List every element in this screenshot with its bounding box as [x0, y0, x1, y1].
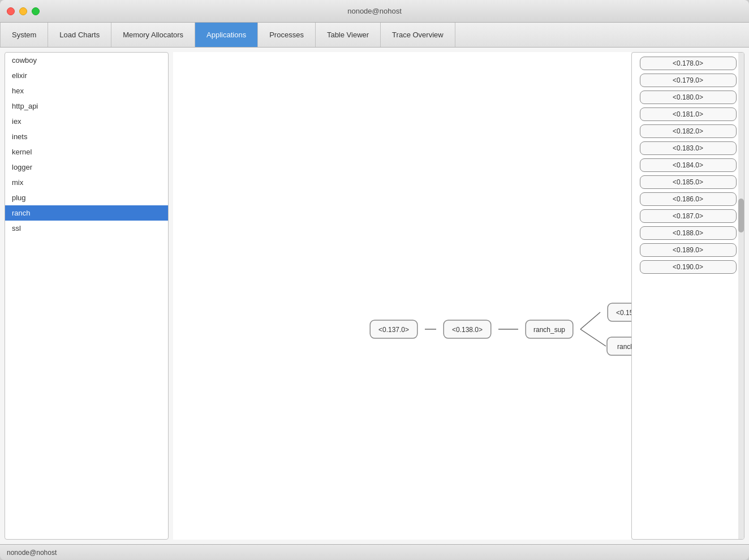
scrollbar-thumb[interactable]	[738, 199, 744, 232]
tree-node-n5[interactable]: ranch_server	[607, 337, 631, 355]
process-node-01900[interactable]: <0.190.0>	[640, 260, 737, 274]
process-panel: <0.178.0><0.179.0><0.180.0><0.181.0><0.1…	[631, 52, 744, 540]
main-content: cowboyelixirhexhttp_apiiexinetskernellog…	[0, 48, 749, 544]
process-node-01890[interactable]: <0.189.0>	[640, 243, 737, 257]
sidebar-item-elixir[interactable]: elixir	[5, 68, 168, 83]
maximize-button[interactable]	[32, 7, 40, 15]
tree-node-label: ranch_server	[617, 343, 631, 351]
tab-system[interactable]: System	[0, 23, 48, 47]
title-bar: nonode@nohost	[0, 0, 749, 23]
graph-area[interactable]: <0.137.0><0.138.0>ranch_sup<0.156.0>ranc…	[173, 52, 631, 540]
tab-processes[interactable]: Processes	[258, 23, 316, 47]
process-node-01860[interactable]: <0.186.0>	[640, 192, 737, 206]
minimize-button[interactable]	[19, 7, 27, 15]
tree-node-n2[interactable]: <0.138.0>	[444, 320, 491, 338]
sidebar-item-hex[interactable]: hex	[5, 83, 168, 98]
tab-applications[interactable]: Applications	[195, 23, 258, 47]
process-node-01790[interactable]: <0.179.0>	[640, 74, 737, 87]
tab-bar: SystemLoad ChartsMemory AllocatorsApplic…	[0, 23, 749, 48]
tree-node-n3[interactable]: ranch_sup	[526, 320, 573, 338]
sidebar-item-ranch[interactable]: ranch	[5, 205, 168, 221]
tree-node-n1[interactable]: <0.137.0>	[370, 320, 417, 338]
process-node-01850[interactable]: <0.185.0>	[640, 175, 737, 189]
process-node-01880[interactable]: <0.188.0>	[640, 226, 737, 240]
tree-node-label: <0.156.0>	[616, 309, 631, 317]
tab-memory-allocators[interactable]: Memory Allocators	[111, 23, 195, 47]
sidebar-item-cowboy[interactable]: cowboy	[5, 53, 168, 68]
status-bar: nonode@nohost	[0, 544, 749, 560]
sidebar-item-inets[interactable]: inets	[5, 129, 168, 144]
process-node-01810[interactable]: <0.181.0>	[640, 107, 737, 121]
sidebar-item-logger[interactable]: logger	[5, 160, 168, 175]
sidebar-item-iex[interactable]: iex	[5, 114, 168, 129]
tab-trace-overview[interactable]: Trace Overview	[381, 23, 455, 47]
tab-load-charts[interactable]: Load Charts	[48, 23, 111, 47]
tree-node-label: <0.137.0>	[378, 326, 409, 334]
tree-edge	[580, 312, 600, 329]
tree-node-label: ranch_sup	[533, 326, 565, 334]
sidebar-item-kernel[interactable]: kernel	[5, 144, 168, 160]
tree-svg: <0.137.0><0.138.0>ranch_sup<0.156.0>ranc…	[173, 52, 631, 540]
process-node-01820[interactable]: <0.182.0>	[640, 124, 737, 138]
tab-table-viewer[interactable]: Table Viewer	[316, 23, 381, 47]
tree-edge	[580, 329, 606, 346]
process-node-01870[interactable]: <0.187.0>	[640, 209, 737, 223]
traffic-lights	[7, 7, 40, 15]
window-title: nonode@nohost	[347, 7, 402, 15]
sidebar-item-http_api[interactable]: http_api	[5, 98, 168, 114]
process-node-01830[interactable]: <0.183.0>	[640, 141, 737, 155]
sidebar-item-plug[interactable]: plug	[5, 190, 168, 205]
sidebar-item-mix[interactable]: mix	[5, 175, 168, 190]
process-node-01840[interactable]: <0.184.0>	[640, 158, 737, 172]
close-button[interactable]	[7, 7, 15, 15]
tree-node-n4[interactable]: <0.156.0>	[608, 303, 631, 321]
tree-container: <0.137.0><0.138.0>ranch_sup<0.156.0>ranc…	[173, 52, 631, 540]
sidebar-item-ssl[interactable]: ssl	[5, 221, 168, 236]
process-node-01780[interactable]: <0.178.0>	[640, 57, 737, 70]
tree-node-label: <0.138.0>	[452, 326, 483, 334]
sidebar: cowboyelixirhexhttp_apiiexinetskernellog…	[5, 52, 169, 540]
process-node-01800[interactable]: <0.180.0>	[640, 91, 737, 104]
status-text: nonode@nohost	[7, 549, 57, 557]
scrollbar-track[interactable]	[738, 53, 744, 539]
